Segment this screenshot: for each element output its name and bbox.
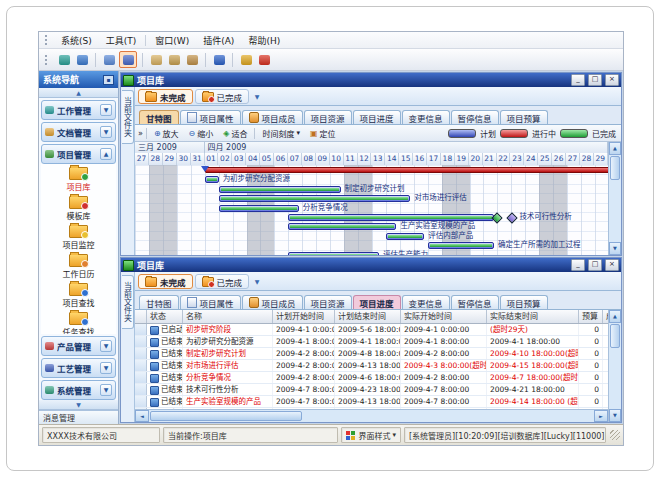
exit-icon[interactable] [256, 52, 272, 67]
gantt-bar-评估内部产品[interactable] [386, 233, 424, 240]
scroll-down-button[interactable]: ▼ [609, 242, 621, 255]
sidebar-group-系统管理[interactable]: 系统管理▼ [41, 380, 116, 400]
table-row[interactable]: 已启动初步研究阶段2009-4-1 0:00:002009-5-6 18:00:… [135, 324, 608, 336]
tab-项目资源[interactable]: 项目资源 [304, 295, 352, 309]
sidebar-group-工作管理[interactable]: 工作管理▼ [41, 100, 116, 120]
tab-项目预算[interactable]: 项目预算 [500, 110, 548, 124]
folder-icon[interactable] [101, 52, 117, 67]
style-selector[interactable]: 界面样式▾ [341, 427, 401, 443]
gantt-bar-对市场进行评估[interactable] [219, 195, 411, 202]
globe-icon[interactable] [74, 52, 90, 67]
tab-项目预算[interactable]: 项目预算 [500, 295, 548, 309]
column-header-成[interactable]: 成 [603, 310, 608, 323]
tab-项目进度[interactable]: 项目进度 [353, 295, 401, 309]
scroll-down-button[interactable]: ▼ [609, 409, 621, 422]
gantt-bar-分析竞争情况[interactable] [219, 205, 299, 212]
sidebar-item-任务查找[interactable]: 任务查找 [63, 312, 95, 334]
folder-tab-未完成[interactable]: 未完成 [138, 89, 193, 104]
folder-tab-未完成[interactable]: 未完成 [138, 274, 193, 289]
column-header-计划结束时间[interactable]: 计划结束时间 [335, 310, 401, 323]
chevron-down-icon[interactable]: ▼ [100, 104, 112, 116]
tab-message-management[interactable]: 消息管理 [39, 410, 118, 424]
folder-tab-已完成[interactable]: 已完成 [195, 274, 250, 289]
tab-变更信息[interactable]: 变更信息 [402, 110, 450, 124]
menu-item-1[interactable]: 系统(S) [54, 33, 99, 48]
table-row[interactable]: 已结束技术可行性分析2009-4-7 8:00:002009-4-23 18:0… [135, 384, 608, 396]
chevron-down-icon[interactable]: ▼ [100, 384, 112, 396]
sidebar-item-模板库[interactable]: 模板库 [67, 196, 91, 221]
locate-button[interactable]: ▣定位 [306, 127, 340, 140]
table-row[interactable]: 已结束制定初步研究计划2009-4-2 8:00:002009-4-8 18:0… [135, 348, 608, 360]
sidebar-collapse-button[interactable]: ▲ [39, 88, 118, 98]
tab-项目成员[interactable]: 项目成员 [242, 110, 303, 124]
tab-甘特图[interactable]: 甘特图 [139, 110, 179, 124]
scroll-right-button[interactable]: ► [594, 410, 608, 422]
tab-项目资源[interactable]: 项目资源 [304, 110, 352, 124]
minimize-button[interactable]: _ [571, 74, 585, 86]
table-row[interactable]: 已结束分析竞争情况2009-4-2 8:00:002009-4-6 18:00:… [135, 372, 608, 384]
column-header-计划开始时间[interactable]: 计划开始时间 [273, 310, 335, 323]
gantt-bar-评估生产能力[interactable] [288, 252, 379, 255]
chevron-up-icon[interactable]: ▲ [100, 148, 112, 160]
toolbar-more-button[interactable]: » [138, 129, 143, 138]
folder-tab-overflow-icon[interactable]: ▼ [251, 91, 263, 103]
current-folder-tab[interactable]: 当前文件夹 [122, 90, 134, 144]
table-row[interactable]: 已结束为初步研究分配资源2009-4-1 8:00:002009-4-1 18:… [135, 336, 608, 348]
timescale-button[interactable]: 时间刻度▾ [258, 127, 304, 140]
sidebar-group-工艺管理[interactable]: 工艺管理▼ [41, 358, 116, 378]
tab-变更信息[interactable]: 变更信息 [402, 295, 450, 309]
zoom-out-button[interactable]: ⊖缩小 [185, 127, 218, 140]
folder-tab-overflow-icon[interactable]: ▼ [251, 276, 263, 288]
sidebar-item-工作日历[interactable]: 工作日历 [63, 254, 95, 279]
save-icon[interactable] [119, 51, 137, 68]
maximize-button[interactable]: □ [588, 259, 602, 271]
column-header-状态[interactable]: 状态 [147, 310, 183, 323]
scroll-left-button[interactable]: ◄ [135, 410, 149, 422]
help-icon[interactable] [211, 52, 227, 67]
column-header-预算[interactable]: 预算 [579, 310, 603, 323]
pin-icon[interactable]: ▪ [103, 75, 114, 85]
gantt-bar-制定初步研究计划[interactable] [219, 186, 341, 193]
scroll-thumb[interactable] [150, 411, 302, 421]
sidebar-item-项目监控[interactable]: 项目监控 [63, 225, 95, 250]
sidebar-group-文档管理[interactable]: 文档管理▼ [41, 122, 116, 142]
tab-暂停信息[interactable]: 暂停信息 [451, 295, 499, 309]
lock-icon[interactable] [238, 52, 254, 67]
table-row[interactable]: 已结束对市场进行评估2009-4-2 8:00:002009-4-13 18:0… [135, 360, 608, 372]
chevron-down-icon[interactable]: ▼ [100, 340, 112, 352]
column-header-实际结束时间[interactable]: 实际结束时间 [487, 310, 579, 323]
tab-项目成员[interactable]: 项目成员 [242, 295, 303, 309]
chevron-down-icon[interactable]: ▼ [100, 126, 112, 138]
folder-tab-已完成[interactable]: 已完成 [195, 89, 250, 104]
gantt-bar-为初步研究分配资源[interactable] [205, 176, 219, 183]
column-header-selector[interactable] [135, 310, 147, 323]
tab-项目属性[interactable]: 项目属性 [180, 295, 241, 309]
sidebar-item-项目库[interactable]: 项目库 [67, 167, 91, 192]
column-header-实际开始时间[interactable]: 实际开始时间 [401, 310, 487, 323]
gantt-bar-生产实验室规模的产品[interactable] [288, 223, 396, 230]
tab-甘特图[interactable]: 甘特图 [139, 295, 179, 309]
close-button[interactable]: × [605, 74, 619, 86]
tab-项目进度[interactable]: 项目进度 [353, 110, 401, 124]
sidebar-overflow-button[interactable]: ▼ [39, 400, 118, 410]
gantt-bar-初步研究阶段[interactable] [205, 167, 608, 173]
chevron-down-icon[interactable]: ▼ [100, 362, 112, 374]
minimize-button[interactable]: _ [571, 259, 585, 271]
doc-new-icon[interactable] [148, 52, 164, 67]
current-folder-tab[interactable]: 当前文件夹 [122, 275, 134, 329]
menu-item-5[interactable]: 帮助(H) [241, 33, 287, 48]
tab-项目属性[interactable]: 项目属性 [180, 110, 241, 124]
sidebar-group-项目管理[interactable]: 项目管理▲ [41, 144, 116, 164]
sidebar-group-产品管理[interactable]: 产品管理▼ [41, 336, 116, 356]
resize-grip[interactable] [610, 430, 620, 440]
tab-暂停信息[interactable]: 暂停信息 [451, 110, 499, 124]
maximize-button[interactable]: □ [588, 74, 602, 86]
gantt-bar-技术可行性分析[interactable] [288, 214, 494, 221]
gantt-bar-确定生产所需的加工过程[interactable] [428, 242, 494, 249]
zoom-in-button[interactable]: ⊕放大 [150, 127, 183, 140]
menu-item-4[interactable]: 插件(A) [196, 33, 241, 48]
column-header-名称[interactable]: 名称 [183, 310, 273, 323]
doc-edit-icon[interactable] [166, 52, 182, 67]
fit-button[interactable]: ◈适合 [219, 127, 251, 140]
scroll-up-button[interactable]: ▲ [609, 310, 621, 323]
